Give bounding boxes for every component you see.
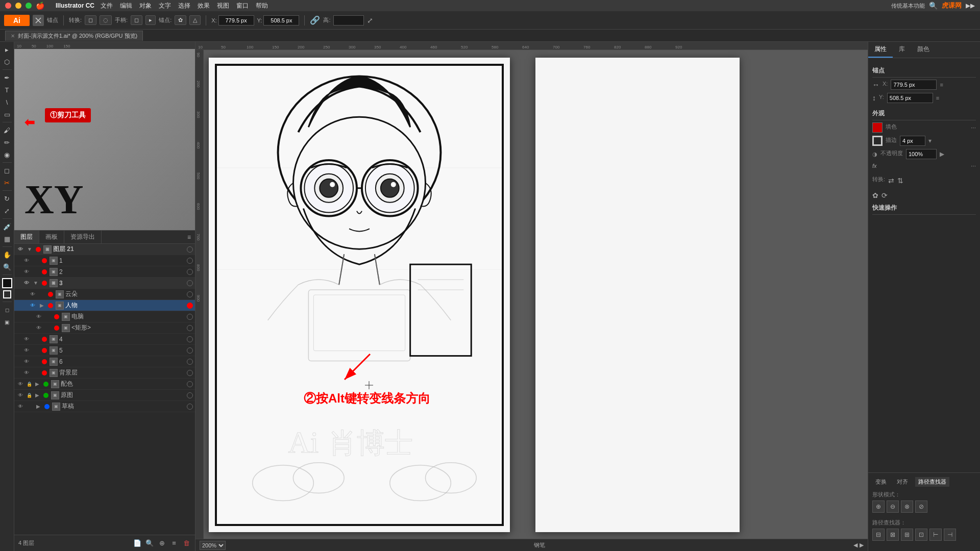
layers-menu-btn[interactable]: ≡ xyxy=(183,232,195,243)
select-tool[interactable]: ▸ xyxy=(2,44,13,55)
hand-btn2[interactable]: ▸ xyxy=(145,15,156,25)
layer-target[interactable] xyxy=(187,392,193,398)
layer-target[interactable] xyxy=(187,314,193,320)
visibility-icon[interactable]: 👁 xyxy=(16,403,24,411)
corner-btn[interactable]: ◻ xyxy=(85,15,96,25)
layer-target[interactable] xyxy=(187,359,193,365)
layer-target[interactable] xyxy=(187,347,193,354)
visibility-icon[interactable]: 👁 xyxy=(22,257,31,265)
next-artboard[interactable]: ▶ xyxy=(860,542,864,548)
menu-select[interactable]: 选择 xyxy=(178,2,190,10)
rect-tool[interactable]: ▭ xyxy=(2,109,13,120)
layer-row[interactable]: 👁 ▣ 云朵 xyxy=(14,289,195,300)
menu-file[interactable]: 文件 xyxy=(101,2,113,10)
prev-artboard[interactable]: ◀ xyxy=(853,542,857,548)
zoom-tool[interactable]: 🔍 xyxy=(2,261,13,272)
visibility-icon[interactable]: 👁 xyxy=(16,391,24,399)
layer-row[interactable]: 👁 ▼ ▣ 图层 21 xyxy=(14,244,195,255)
menu-view[interactable]: 视图 xyxy=(217,2,229,10)
outline-btn[interactable]: ⊢ xyxy=(929,529,942,541)
canvas-area[interactable]: Ai 肖博士 ②按Alt键转变线条方向 xyxy=(204,50,868,539)
layer-target[interactable] xyxy=(187,291,193,297)
expand-icon[interactable]: ▶ xyxy=(34,381,41,388)
trim-btn[interactable]: ⊠ xyxy=(887,529,899,541)
pen-tool[interactable]: ✒ xyxy=(2,72,13,83)
tab-color[interactable]: 颜色 xyxy=(911,42,936,58)
tab-transform[interactable]: 变换 xyxy=(872,477,890,487)
tab-properties[interactable]: 属性 xyxy=(868,42,893,58)
layer-target[interactable] xyxy=(187,404,193,410)
intersect-btn[interactable]: ⊗ xyxy=(901,500,913,513)
expand-icon[interactable]: ▼ xyxy=(32,280,39,287)
layer-row[interactable]: 👁 ▣ 5 xyxy=(14,345,195,356)
layer-row[interactable]: 👁 🔒 ▶ ▣ 配色 xyxy=(14,379,195,390)
type-tool[interactable]: T xyxy=(2,84,13,95)
minus-btn[interactable]: ⊖ xyxy=(887,500,899,513)
eraser-tool[interactable]: ◻ xyxy=(2,165,13,176)
make-sublayer-btn[interactable]: 📄 xyxy=(133,539,142,548)
fill-swatch[interactable] xyxy=(872,122,883,133)
layers-tab-export[interactable]: 资源导出 xyxy=(64,231,102,243)
layer-row[interactable]: 👁 ▣ 电脑 xyxy=(14,311,195,322)
lock-icon[interactable]: 🔒 xyxy=(26,392,32,398)
stroke-color-swatch[interactable] xyxy=(3,290,11,298)
crop-btn[interactable]: ⊡ xyxy=(915,529,927,541)
tab-pathfinder[interactable]: 路径查找器 xyxy=(915,477,949,487)
line-tool[interactable]: \ xyxy=(2,96,13,108)
search-icon[interactable]: 🔍 xyxy=(929,2,938,10)
zoom-select[interactable]: 200% 100% 150% xyxy=(200,541,226,550)
layer-target[interactable] xyxy=(187,246,193,253)
scissors-tool[interactable]: ✂ xyxy=(2,177,13,188)
layer-row-active[interactable]: 👁 ▶ ▣ 人物 xyxy=(14,300,195,311)
exclude-btn[interactable]: ⊘ xyxy=(915,500,927,513)
menu-effect[interactable]: 效果 xyxy=(198,2,210,10)
tab-align[interactable]: 对齐 xyxy=(894,477,911,487)
fill-options[interactable]: ··· xyxy=(971,124,976,131)
layer-row[interactable]: 👁 ▼ ▣ 3 xyxy=(14,278,195,289)
layer-move-btn[interactable]: 🔍 xyxy=(145,539,154,548)
menu-object[interactable]: 对象 xyxy=(139,2,152,10)
apple-menu[interactable]: 🍎 xyxy=(36,2,44,10)
expand-icon[interactable]: ▶ xyxy=(35,403,42,410)
rotate-tool[interactable]: ↻ xyxy=(2,193,13,204)
layer-options-btn[interactable]: ≡ xyxy=(169,539,179,548)
expand-icon[interactable]: ▼ xyxy=(26,246,33,253)
layer-target[interactable] xyxy=(187,303,193,309)
delete-layer-btn[interactable]: 🗑 xyxy=(182,539,191,548)
anchor-tool-2[interactable]: ⟳ xyxy=(881,191,888,199)
mac-close[interactable] xyxy=(5,3,11,9)
smooth-btn[interactable]: ◌ xyxy=(100,15,112,25)
panel-toggle[interactable]: ▶▶ xyxy=(966,2,975,9)
lock-icon[interactable]: 🔒 xyxy=(26,381,32,387)
layers-tab-artboards[interactable]: 画板 xyxy=(39,231,64,243)
visibility-icon[interactable]: 👁 xyxy=(22,279,31,287)
mac-minimize[interactable] xyxy=(15,3,21,9)
menu-help[interactable]: 帮助 xyxy=(256,2,268,10)
menu-text[interactable]: 文字 xyxy=(159,2,171,10)
x-input[interactable] xyxy=(218,15,254,26)
visibility-icon[interactable]: 👁 xyxy=(29,302,37,310)
stroke-unit-btn[interactable]: ▾ xyxy=(928,137,932,144)
fx-options[interactable]: ··· xyxy=(971,162,976,169)
link-icon[interactable]: 🔗 xyxy=(310,15,320,25)
anchor-btn[interactable]: ✿ xyxy=(175,15,186,25)
visibility-icon[interactable]: 👁 xyxy=(22,358,31,366)
visibility-icon[interactable]: 👁 xyxy=(22,335,31,343)
y-prop-input[interactable] xyxy=(887,93,933,103)
anchor-tool-1[interactable]: ✿ xyxy=(872,191,878,199)
new-layer-btn[interactable]: ⊕ xyxy=(157,539,166,548)
visibility-icon[interactable]: 👁 xyxy=(22,268,31,276)
layer-row[interactable]: 👁 ▣ 4 xyxy=(14,334,195,345)
mac-maximize[interactable] xyxy=(26,3,32,9)
fill-color-swatch[interactable] xyxy=(2,278,12,288)
pencil-tool[interactable]: ✏ xyxy=(2,137,13,148)
scale-tool[interactable]: ⤢ xyxy=(2,205,13,216)
opacity-input[interactable] xyxy=(906,149,937,159)
unite-btn[interactable]: ⊕ xyxy=(872,500,885,513)
document-tab[interactable]: ✕ 封面-演示源文件1.ai* @ 200% (RGB/GPU 预览) xyxy=(5,31,143,41)
layer-target[interactable] xyxy=(187,325,193,331)
divide-btn[interactable]: ⊟ xyxy=(872,529,885,541)
visibility-icon[interactable]: 👁 xyxy=(22,346,31,355)
normal-mode[interactable]: ◻ xyxy=(2,304,13,315)
merge-btn[interactable]: ⊞ xyxy=(901,529,913,541)
